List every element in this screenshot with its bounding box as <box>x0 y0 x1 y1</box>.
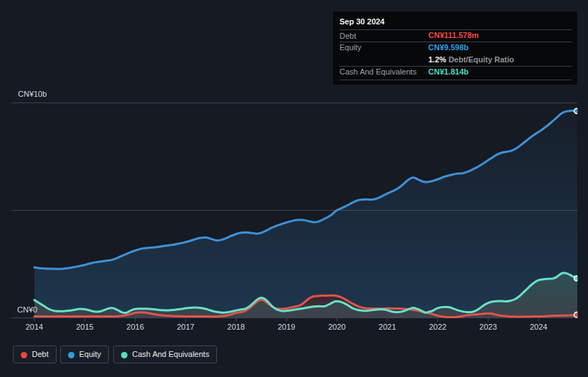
svg-text:CN¥0: CN¥0 <box>17 305 37 314</box>
svg-text:2014: 2014 <box>26 323 43 331</box>
svg-text:2016: 2016 <box>127 323 144 331</box>
svg-text:2023: 2023 <box>479 323 496 331</box>
svg-text:2024: 2024 <box>530 323 547 331</box>
svg-text:2017: 2017 <box>177 323 194 331</box>
svg-text:2022: 2022 <box>429 323 446 331</box>
svg-text:2015: 2015 <box>76 323 93 331</box>
svg-text:2020: 2020 <box>328 323 345 331</box>
svg-text:2018: 2018 <box>227 323 244 331</box>
svg-text:CN¥10b: CN¥10b <box>18 90 47 98</box>
svg-text:2019: 2019 <box>278 323 295 331</box>
svg-text:2021: 2021 <box>379 323 396 331</box>
